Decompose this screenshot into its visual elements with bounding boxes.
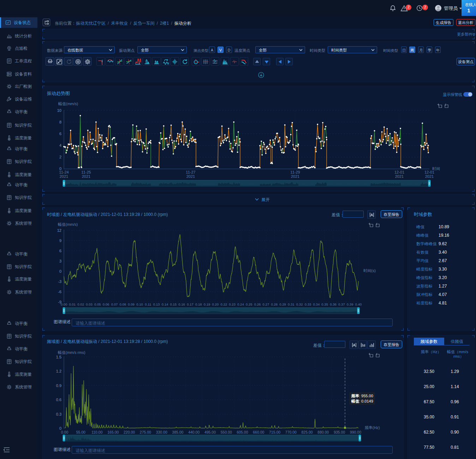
svg-text:550.00: 550.00 xyxy=(221,430,232,434)
svg-text:2021: 2021 xyxy=(291,174,299,179)
svg-text:275.00: 275.00 xyxy=(140,430,151,434)
svg-text:825.00: 825.00 xyxy=(302,430,313,434)
svg-text:0.15: 0.15 xyxy=(170,302,177,306)
svg-text:0.33: 0.33 xyxy=(305,302,311,306)
svg-text:715.00: 715.00 xyxy=(269,430,280,434)
svg-text:880.00: 880.00 xyxy=(317,430,329,434)
svg-text:0.03: 0.03 xyxy=(86,302,93,306)
svg-text:0.25: 0.25 xyxy=(246,302,252,306)
svg-text:0.29: 0.29 xyxy=(279,302,286,306)
svg-text:0.32: 0.32 xyxy=(296,302,303,306)
svg-text:0.37: 0.37 xyxy=(338,302,345,306)
svg-text:0.22: 0.22 xyxy=(220,302,227,306)
svg-text:时间(s): 时间(s) xyxy=(363,268,376,273)
svg-text:0.19: 0.19 xyxy=(204,302,210,306)
svg-text:0.13: 0.13 xyxy=(153,302,160,306)
svg-text:0.06: 0.06 xyxy=(103,302,109,306)
svg-text:2: 2 xyxy=(59,155,61,159)
svg-text:频率(Hz): 频率(Hz) xyxy=(365,425,380,430)
svg-text:11-27: 11-27 xyxy=(186,170,195,174)
svg-text:11-24: 11-24 xyxy=(59,170,69,174)
svg-text:0.08: 0.08 xyxy=(119,302,126,306)
svg-text:0.24: 0.24 xyxy=(237,302,244,306)
svg-text:0.09: 0.09 xyxy=(128,302,135,306)
svg-text:2021: 2021 xyxy=(425,174,434,179)
svg-text:0.9: 0.9 xyxy=(56,383,61,388)
svg-text:385.00: 385.00 xyxy=(172,430,183,434)
svg-text:0.16: 0.16 xyxy=(178,302,185,306)
svg-text:0.07: 0.07 xyxy=(111,302,118,306)
svg-text:495.00: 495.00 xyxy=(204,430,216,434)
svg-text:0.00: 0.00 xyxy=(61,302,67,306)
svg-text:0.14: 0.14 xyxy=(162,302,168,306)
svg-text:12-01: 12-01 xyxy=(394,170,404,174)
svg-text:11-25: 11-25 xyxy=(81,170,91,174)
svg-text:330.00: 330.00 xyxy=(156,430,167,434)
svg-text:频率: 955.00: 频率: 955.00 xyxy=(351,394,373,398)
svg-text:0.01: 0.01 xyxy=(69,302,76,306)
svg-text:2021: 2021 xyxy=(395,174,404,179)
svg-text:770.00: 770.00 xyxy=(285,430,297,434)
svg-text:-6: -6 xyxy=(58,290,61,294)
svg-text:0.17: 0.17 xyxy=(187,302,194,306)
svg-text:6: 6 xyxy=(59,249,61,253)
svg-text:0.11: 0.11 xyxy=(145,302,151,306)
svg-text:660.00: 660.00 xyxy=(253,430,264,434)
svg-text:0.05: 0.05 xyxy=(94,302,101,306)
svg-text:0.26: 0.26 xyxy=(254,302,261,306)
svg-text:1.5: 1.5 xyxy=(56,355,61,359)
svg-text:605.00: 605.00 xyxy=(237,430,248,434)
svg-text:165.00: 165.00 xyxy=(107,430,119,434)
svg-text:2021: 2021 xyxy=(186,174,195,179)
svg-text:0.31: 0.31 xyxy=(288,302,294,306)
svg-text:12: 12 xyxy=(57,228,61,232)
svg-text:幅值: 0.0149: 幅值: 0.0149 xyxy=(351,399,373,403)
svg-text:0.27: 0.27 xyxy=(263,302,269,306)
svg-text:220.00: 220.00 xyxy=(124,430,135,434)
svg-text:0.00: 0.00 xyxy=(61,430,69,434)
svg-text:0.39: 0.39 xyxy=(347,302,353,306)
svg-text:0.3: 0.3 xyxy=(56,412,61,416)
svg-text:0.20: 0.20 xyxy=(212,302,219,306)
svg-text:9: 9 xyxy=(59,238,61,243)
svg-text:4: 4 xyxy=(59,143,61,147)
svg-text:3: 3 xyxy=(59,259,61,263)
svg-text:0.10: 0.10 xyxy=(136,302,143,306)
svg-text:55.00: 55.00 xyxy=(76,430,85,434)
svg-text:0.23: 0.23 xyxy=(229,302,236,306)
svg-text:0.6: 0.6 xyxy=(56,398,61,402)
svg-text:1.2: 1.2 xyxy=(56,369,61,373)
svg-text:6: 6 xyxy=(59,132,61,136)
svg-text:0: 0 xyxy=(59,269,61,273)
svg-text:2021: 2021 xyxy=(82,174,90,179)
svg-text:-3: -3 xyxy=(58,279,61,284)
svg-text:935.00: 935.00 xyxy=(334,430,345,434)
svg-text:0.40: 0.40 xyxy=(355,302,362,306)
svg-text:0.35: 0.35 xyxy=(321,302,328,306)
svg-text:11-29: 11-29 xyxy=(290,170,300,174)
svg-text:0.34: 0.34 xyxy=(313,302,320,306)
svg-text:0.36: 0.36 xyxy=(330,302,337,306)
svg-text:时间: 时间 xyxy=(432,167,440,171)
svg-text:0.02: 0.02 xyxy=(77,302,84,306)
svg-text:2021: 2021 xyxy=(60,174,68,179)
svg-text:10: 10 xyxy=(57,108,61,113)
svg-text:440.00: 440.00 xyxy=(188,430,200,434)
svg-text:0.18: 0.18 xyxy=(195,302,202,306)
svg-text:990.00: 990.00 xyxy=(350,430,361,434)
svg-text:110.00: 110.00 xyxy=(91,430,102,434)
svg-text:8: 8 xyxy=(59,120,61,124)
svg-text:0.28: 0.28 xyxy=(271,302,278,306)
